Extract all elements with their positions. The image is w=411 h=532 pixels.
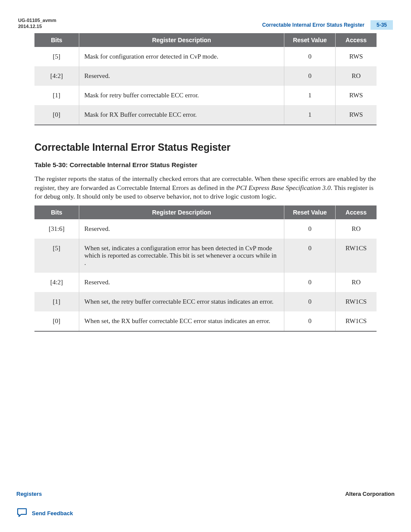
status-register-table: Bits Register Description Reset Value Ac…	[34, 205, 377, 332]
section-paragraph: The register reports the status of the i…	[34, 174, 377, 202]
cell-reset: 0	[284, 292, 336, 311]
table-row: [4:2] Reserved. 0 RO	[34, 66, 377, 86]
cell-bits: [4:2]	[34, 273, 79, 292]
cell-reset: 0	[284, 47, 336, 66]
cell-desc: Mask for retry buffer correctable ECC er…	[79, 86, 284, 105]
cell-desc: When set, the RX buffer correctable ECC …	[79, 311, 284, 331]
cell-bits: [0]	[34, 105, 79, 125]
send-feedback-link[interactable]: Send Feedback	[16, 507, 395, 519]
cell-reset: 0	[284, 239, 336, 273]
cell-access: RWS	[336, 105, 377, 125]
footer-section-link[interactable]: Registers	[16, 491, 42, 497]
p-text: register, they are forwarded as Correcta…	[34, 184, 236, 191]
th-bits: Bits	[34, 205, 79, 219]
doc-id: UG-01105_avmm	[18, 17, 56, 23]
cell-access: RWS	[336, 86, 377, 105]
cell-reset: 0	[284, 219, 336, 239]
cell-desc: Mask for configuration error detected in…	[79, 47, 284, 66]
p-text: register reports the status of the inter…	[47, 175, 376, 182]
cell-bits: [5]	[34, 239, 79, 273]
cell-desc: Mask for RX Buffer correctable ECC error…	[79, 105, 284, 125]
header-right: Correctable Internal Error Status Regist…	[262, 20, 393, 30]
doc-date: 2014.12.15	[18, 23, 56, 29]
cell-access: RO	[336, 66, 377, 86]
cell-access: RW1CS	[336, 239, 377, 273]
cell-access: RW1CS	[336, 311, 377, 331]
cell-access: RWS	[336, 47, 377, 66]
page-footer: Registers Altera Corporation Send Feedba…	[16, 491, 395, 519]
mask-register-table: Bits Register Description Reset Value Ac…	[34, 33, 377, 125]
cell-reset: 1	[284, 105, 336, 125]
doc-id-block: UG-01105_avmm 2014.12.15	[18, 17, 56, 30]
feedback-icon	[16, 507, 32, 519]
cell-reset: 1	[284, 86, 336, 105]
table-row: [0] Mask for RX Buffer correctable ECC e…	[34, 105, 377, 125]
section-heading: Correctable Internal Error Status Regist…	[34, 142, 377, 153]
cell-reset: 0	[284, 66, 336, 86]
cell-bits: [5]	[34, 47, 79, 66]
table-row: [5] When set, indicates a configuration …	[34, 239, 377, 273]
page-number: 5-35	[371, 20, 393, 30]
th-access: Access	[336, 205, 377, 219]
cell-bits: [4:2]	[34, 66, 79, 86]
cell-reset: 0	[284, 311, 336, 331]
feedback-label: Send Feedback	[32, 510, 73, 516]
table-row: [5] Mask for configuration error detecte…	[34, 47, 377, 66]
cell-desc: Reserved.	[79, 66, 284, 86]
table-row: [0] When set, the RX buffer correctable …	[34, 311, 377, 331]
table-row: [1] When set, the retry buffer correctab…	[34, 292, 377, 311]
th-desc: Register Description	[79, 205, 284, 219]
cell-bits: [31:6]	[34, 219, 79, 239]
th-reset: Reset Value	[284, 205, 336, 219]
cell-bits: [1]	[34, 292, 79, 311]
cell-desc: When set, indicates a configuration erro…	[79, 239, 284, 273]
table-row: [1] Mask for retry buffer correctable EC…	[34, 86, 377, 105]
cell-reset: 0	[284, 273, 336, 292]
running-title: Correctable Internal Error Status Regist…	[262, 22, 364, 28]
table-row: [4:2] Reserved. 0 RO	[34, 273, 377, 292]
cell-bits: [1]	[34, 86, 79, 105]
p-emphasis: PCI Express Base Specification 3.0	[236, 184, 330, 191]
p-text: The	[34, 175, 47, 182]
th-bits: Bits	[34, 33, 79, 47]
th-reset: Reset Value	[284, 33, 336, 47]
cell-desc: Reserved.	[79, 219, 284, 239]
cell-desc: Reserved.	[79, 273, 284, 292]
table-row: [31:6] Reserved. 0 RO	[34, 219, 377, 239]
table-caption: Table 5-30: Correctable Internal Error S…	[34, 161, 377, 168]
page-header: UG-01105_avmm 2014.12.15 Correctable Int…	[16, 17, 395, 33]
cell-access: RO	[336, 219, 377, 239]
cell-desc: When set, the retry buffer correctable E…	[79, 292, 284, 311]
page-content: Bits Register Description Reset Value Ac…	[16, 33, 395, 332]
th-desc: Register Description	[79, 33, 284, 47]
cell-access: RO	[336, 273, 377, 292]
cell-bits: [0]	[34, 311, 79, 331]
cell-access: RW1CS	[336, 292, 377, 311]
th-access: Access	[336, 33, 377, 47]
footer-company: Altera Corporation	[345, 491, 395, 497]
